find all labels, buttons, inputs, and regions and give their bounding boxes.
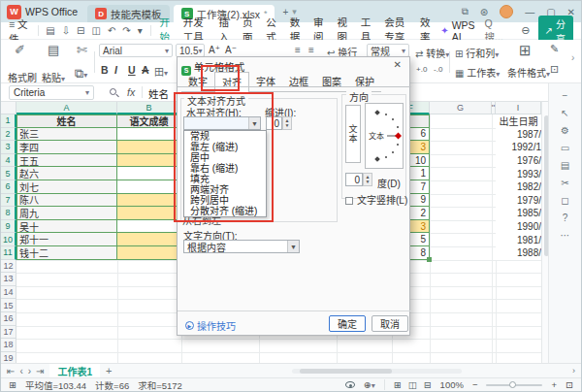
page-layout-view-icon[interactable]: ◫ xyxy=(408,379,417,390)
properties-icon[interactable]: ⚙ xyxy=(561,126,569,136)
copy-icon[interactable]: ⧉▾ xyxy=(75,66,87,82)
more-panel-icon[interactable]: ⋯ xyxy=(561,231,570,241)
cell-B6[interactable] xyxy=(117,180,181,194)
row-header-6[interactable]: 6 xyxy=(1,180,16,194)
cell-I2[interactable]: 1987/ xyxy=(496,128,541,142)
degree-spinner[interactable]: ▲▼ xyxy=(363,173,372,186)
h-align-option[interactable]: 分散对齐 (缩进) xyxy=(184,206,266,216)
print-preview-icon[interactable]: ◫ xyxy=(91,25,100,36)
row-header-16[interactable]: 16 xyxy=(1,312,16,326)
conditional-format-icon[interactable]: ⊞ xyxy=(519,42,532,59)
cell-A6[interactable]: 刘七 xyxy=(16,180,117,194)
sheet-tab-active[interactable]: 工作表1 xyxy=(49,364,100,377)
cloud-sync-icon[interactable]: ⊖ xyxy=(521,24,530,37)
row-header-1[interactable]: 1 xyxy=(1,114,16,128)
cell-I4[interactable]: 1976/ xyxy=(496,154,541,168)
row-header-3[interactable]: 3 xyxy=(1,141,16,154)
column-header-B[interactable]: B xyxy=(117,102,181,114)
h-align-option[interactable]: 跨列居中 xyxy=(184,195,266,206)
cell-I6[interactable]: 1982/ xyxy=(496,180,541,194)
help-icon[interactable]: ? xyxy=(563,213,568,223)
formula-content[interactable]: 姓名 xyxy=(148,86,169,101)
horizontal-scrollbar[interactable] xyxy=(292,369,462,374)
redo-icon[interactable]: ↷ xyxy=(122,25,130,36)
dialog-tab[interactable]: 数字 xyxy=(181,72,214,92)
orientation-vertical-text-box[interactable]: 文本 xyxy=(345,105,361,163)
orientation-dial[interactable]: 文本 xyxy=(365,103,404,169)
undo-icon[interactable]: ↶ xyxy=(108,25,115,36)
row-header-10[interactable]: 10 xyxy=(1,233,16,246)
cell-A11[interactable]: 钱十二 xyxy=(16,246,117,260)
number-format-select[interactable]: 常规▾ xyxy=(367,44,409,57)
cell-A2[interactable]: 张三 xyxy=(16,128,117,142)
collapse-panel-icon[interactable]: − xyxy=(563,91,568,101)
cell-B4[interactable] xyxy=(117,154,181,168)
first-sheet-icon[interactable]: ⇤ xyxy=(7,366,15,376)
split-window-icon[interactable]: ⧉ xyxy=(462,6,469,17)
comment-icon[interactable]: ▭ xyxy=(561,144,569,153)
fullscreen-icon[interactable]: ⊡ xyxy=(566,379,573,390)
select-all-corner[interactable] xyxy=(1,102,16,114)
row-header-5[interactable]: 5 xyxy=(1,167,16,180)
rows-cols-button[interactable]: ⊞ 行和列▾ xyxy=(455,46,499,60)
dialog-tab[interactable]: 对齐 xyxy=(214,72,249,92)
cell-I5[interactable]: 1993/ xyxy=(496,167,541,180)
tools-icon[interactable]: ✂ xyxy=(561,179,568,188)
wps-ai-label[interactable]: WPS AI xyxy=(452,19,477,43)
search-icon[interactable] xyxy=(110,88,116,95)
doc-tab-template[interactable]: D 技能壳模板 xyxy=(87,5,170,22)
cell-B10[interactable] xyxy=(117,233,181,246)
cell-A8[interactable]: 周九 xyxy=(16,207,117,220)
name-box[interactable]: Criteria▾ xyxy=(9,85,94,100)
h-align-option[interactable]: 填充 xyxy=(184,174,266,184)
row-header-2[interactable]: 2 xyxy=(1,128,16,142)
decrease-decimal-icon[interactable]: -.0 xyxy=(434,65,442,74)
last-sheet-icon[interactable]: ⇥ xyxy=(36,366,44,376)
cell-I11[interactable]: 1988/ xyxy=(496,246,541,260)
font-size-select[interactable]: 10.5▾ xyxy=(176,44,205,57)
dialog-tab[interactable]: 字体 xyxy=(249,72,282,92)
h-align-select[interactable]: ▼ xyxy=(183,116,261,130)
worksheet-button[interactable]: ▦ 工作表▾ xyxy=(455,65,500,80)
grow-font-button[interactable]: A⁺ xyxy=(209,45,220,55)
borders-button[interactable]: 田▾ xyxy=(154,64,168,79)
cell-I10[interactable]: 1981/ xyxy=(496,233,541,246)
zoom-slider-thumb[interactable] xyxy=(509,381,516,388)
font-name-select[interactable]: Arial▾ xyxy=(99,44,173,57)
highlight-toggle-icon[interactable] xyxy=(345,381,355,388)
cell-I7[interactable]: 1979/ xyxy=(496,194,541,208)
cell-B2[interactable] xyxy=(117,128,181,142)
cell-I9[interactable]: 1990/ xyxy=(496,220,541,234)
cell-A4[interactable]: 王五 xyxy=(16,154,117,168)
row-header-11[interactable]: 11 xyxy=(1,246,16,260)
row-header-18[interactable]: 18 xyxy=(1,339,16,352)
h-align-dropdown-icon[interactable]: ▼ xyxy=(248,117,260,129)
align-left-icon[interactable]: ≡ xyxy=(295,45,301,55)
user-avatar[interactable] xyxy=(500,5,513,18)
row-header-12[interactable]: 12 xyxy=(1,260,16,274)
chart-helper-icon[interactable]: ▤ xyxy=(561,161,569,171)
format-painter-icon[interactable]: ✐ xyxy=(15,43,25,57)
h-align-option[interactable]: 常规 xyxy=(184,131,266,142)
zoom-in-button[interactable]: + xyxy=(551,379,557,390)
paste-button[interactable]: 粘贴▾ xyxy=(42,70,65,84)
prev-sheet-icon[interactable]: ‹ xyxy=(19,366,22,376)
next-sheet-icon[interactable]: › xyxy=(28,366,31,376)
screenshot-icon[interactable]: ◻ xyxy=(561,196,568,206)
strikethrough-button[interactable]: A xyxy=(138,64,153,76)
row-header-14[interactable]: 14 xyxy=(1,286,16,300)
locate-icon[interactable]: ⊕▾ xyxy=(364,379,375,390)
tabbar-scroll-right-icon[interactable]: › xyxy=(572,366,575,376)
shrink-font-button[interactable]: A⁻ xyxy=(225,45,237,55)
row-header-13[interactable]: 13 xyxy=(1,273,16,286)
cell-A1[interactable]: 姓名 xyxy=(16,114,117,128)
cell-B8[interactable] xyxy=(117,207,181,220)
row-header-9[interactable]: 9 xyxy=(1,220,16,234)
print-icon[interactable]: ⊟ xyxy=(77,25,84,36)
cell-B5[interactable] xyxy=(117,167,181,180)
column-header-G[interactable]: G xyxy=(430,102,492,114)
add-sheet-button[interactable]: + xyxy=(106,365,112,376)
vertical-text-checkbox[interactable]: 文字竖排(L) xyxy=(345,192,407,207)
dialog-close-icon[interactable]: ✕ xyxy=(394,59,402,70)
normal-view-icon[interactable]: ⊞ xyxy=(394,379,402,390)
